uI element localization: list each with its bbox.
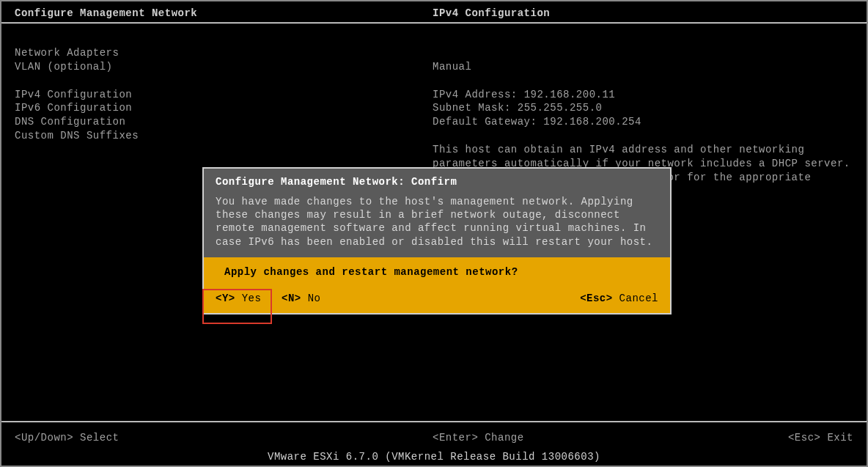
- version-line: VMware ESXi 6.7.0 (VMKernel Release Buil…: [1, 451, 867, 463]
- ipv4-address-label: IPv4 Address:: [433, 89, 518, 100]
- change-key: <Enter>: [433, 432, 478, 444]
- dialog-body: You have made changes to the host's mana…: [216, 195, 658, 249]
- subnet-mask-label: Subnet Mask:: [433, 102, 511, 114]
- header-row: Configure Management Network IPv4 Config…: [1, 1, 867, 22]
- dialog-title: Configure Management Network: Confirm: [216, 176, 658, 188]
- cancel-button[interactable]: <Esc> Cancel: [580, 293, 658, 304]
- footer-select-hint: <Up/Down> Select: [15, 432, 433, 444]
- no-label: No: [308, 293, 321, 304]
- page-title-left: Configure Management Network: [15, 7, 433, 19]
- select-key: <Up/Down>: [15, 432, 73, 444]
- menu-item[interactable]: Network Adapters: [15, 47, 119, 59]
- exit-label: Exit: [827, 432, 853, 444]
- footer-row: <Up/Down> Select <Enter> Change <Esc> Ex…: [1, 432, 867, 444]
- dialog-question: Apply changes and restart management net…: [204, 257, 670, 287]
- default-gateway-label: Default Gateway:: [433, 116, 537, 128]
- yes-label: Yes: [242, 293, 262, 304]
- footer-change-hint: <Enter> Change: [433, 432, 788, 444]
- dialog-button-row: <Y> Yes <N> No <Esc> Cancel: [204, 287, 670, 313]
- footer-exit-hint: <Esc> Exit: [788, 432, 853, 444]
- cancel-key: <Esc>: [580, 293, 613, 304]
- menu-item[interactable]: Custom DNS Suffixes: [15, 130, 139, 141]
- dialog-header-area: Configure Management Network: Confirm Yo…: [204, 169, 670, 257]
- change-label: Change: [485, 432, 523, 444]
- menu-item[interactable]: IPv4 Configuration: [15, 89, 132, 100]
- exit-key: <Esc>: [788, 432, 821, 444]
- yes-button[interactable]: <Y> Yes: [216, 293, 282, 304]
- menu-item[interactable]: DNS Configuration: [15, 116, 125, 128]
- ipv4-mode: Manual: [433, 61, 471, 73]
- menu-item[interactable]: VLAN (optional): [15, 61, 113, 73]
- footer-divider: [1, 421, 867, 422]
- cancel-label: Cancel: [619, 293, 658, 304]
- no-key: <N>: [282, 293, 301, 304]
- page-title-right: IPv4 Configuration: [433, 7, 550, 19]
- confirm-dialog: Configure Management Network: Confirm Yo…: [202, 167, 672, 315]
- esxi-dcui-screen: Configure Management Network IPv4 Config…: [0, 0, 868, 467]
- ipv4-address-value: 192.168.200.11: [524, 89, 616, 100]
- yes-key: <Y>: [216, 293, 235, 304]
- subnet-mask-value: 255.255.255.0: [518, 102, 603, 114]
- default-gateway-value: 192.168.200.254: [543, 116, 641, 128]
- no-button[interactable]: <N> No: [282, 293, 347, 304]
- select-label: Select: [80, 432, 119, 444]
- menu-item[interactable]: IPv6 Configuration: [15, 102, 132, 114]
